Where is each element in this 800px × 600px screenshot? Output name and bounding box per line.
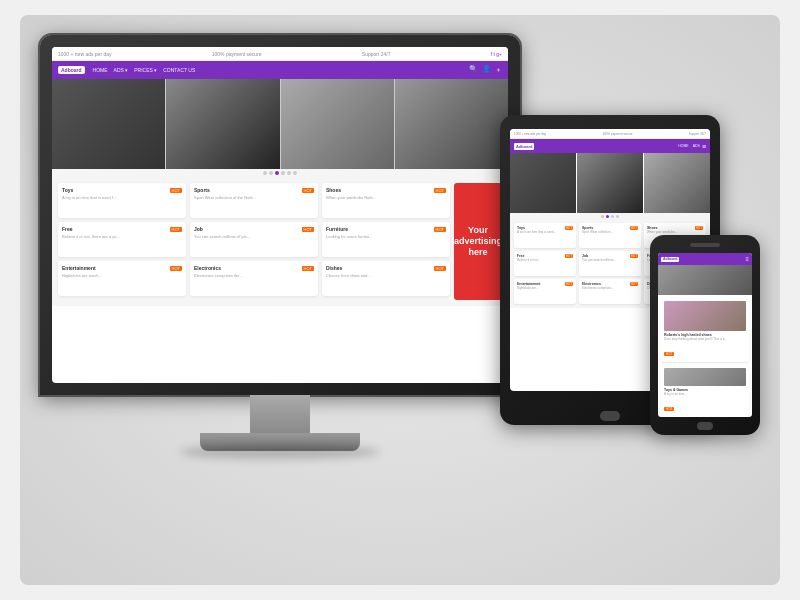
- cat-sports[interactable]: SportsHOT Sport Wear collection of the N…: [190, 183, 318, 218]
- tablet-cat-entertainment[interactable]: EntertainmentHOT Nightclubs are...: [514, 279, 576, 304]
- hero-img-4: [395, 79, 508, 169]
- tablet-nav: Adboard HOME ADS ≡: [510, 139, 710, 153]
- site-nav: Adboard HOME ADS ▾ PRICES ▾ CONTACT US 🔍…: [52, 61, 508, 79]
- ad-banner-text: Youradvertisinghere: [454, 225, 502, 257]
- cat-dishes[interactable]: DishesHOT Choose from china and...: [322, 261, 450, 296]
- user-icon[interactable]: 👤: [482, 65, 491, 75]
- phone-card-desc: Don't stop thinking about what you'll! T…: [664, 337, 746, 341]
- cat-shoes[interactable]: ShoesHOT When your wardrobe Notb...: [322, 183, 450, 218]
- search-icon[interactable]: 🔍: [469, 65, 478, 75]
- nav-items: HOME ADS ▾ PRICES ▾ CONTACT US: [93, 67, 461, 73]
- topbar-text2: 100% payment secure: [212, 51, 262, 57]
- tablet-topbar-t1: 1000 + new ads per day: [514, 132, 546, 136]
- nav-ads[interactable]: ADS ▾: [114, 67, 129, 73]
- nav-contact[interactable]: CONTACT US: [163, 67, 195, 73]
- hero-dots: [52, 169, 508, 177]
- tablet-hero-3: [644, 153, 710, 213]
- phone-card2-desc: A toy is an item...: [664, 392, 746, 396]
- tablet-dot-2[interactable]: [606, 215, 609, 218]
- tablet-topbar: 1000 + new ads per day 100% payment secu…: [510, 129, 710, 139]
- tablet-cat-job[interactable]: JobHOT You can search millions...: [579, 251, 641, 276]
- tablet-dot-3[interactable]: [611, 215, 614, 218]
- desktop-monitor: 1000 + new ads per day 100% payment secu…: [40, 35, 520, 465]
- dot-4[interactable]: [281, 171, 285, 175]
- tablet-hamburger[interactable]: ≡: [702, 143, 706, 150]
- phone-card-2[interactable]: Toys & Games A toy is an item... HOT: [661, 365, 749, 417]
- dot-6[interactable]: [293, 171, 297, 175]
- topbar-text3: Support 24/7: [362, 51, 391, 57]
- phone-card-image: [664, 301, 746, 331]
- hero-img-2: [166, 79, 279, 169]
- dot-2[interactable]: [269, 171, 273, 175]
- tablet-cat-sports[interactable]: SportsHOT Sport Wear collection...: [579, 223, 641, 248]
- phone-home-button[interactable]: [697, 422, 713, 430]
- cat-electronics[interactable]: ElectronicsHOT Electronics comprises the…: [190, 261, 318, 296]
- cat-entertainment[interactable]: EntertainmentHOT Nightclubs are much...: [58, 261, 186, 296]
- tablet-home-button[interactable]: [600, 411, 620, 421]
- monitor-frame: 1000 + new ads per day 100% payment secu…: [40, 35, 520, 395]
- topbar-text1: 1000 + new ads per day: [58, 51, 112, 57]
- tablet-cat-toys[interactable]: ToysHOT A toy is an item that is used...: [514, 223, 576, 248]
- cat-toys[interactable]: ToysHOT A toy is an item that is used f.…: [58, 183, 186, 218]
- nav-icons: 🔍 👤 ＋: [469, 65, 502, 75]
- tablet-topbar-t2: 100% payment secure: [603, 132, 633, 136]
- tablet-nav-ads[interactable]: ADS: [693, 144, 700, 148]
- nav-prices[interactable]: PRICES ▾: [134, 67, 157, 73]
- phone-frame: Adboard ≡ Roberto's high heeled shoes Do…: [650, 235, 760, 435]
- tablet-cat-free[interactable]: FreeHOT Believe it or not...: [514, 251, 576, 276]
- monitor-shadow: [180, 445, 380, 459]
- nav-home[interactable]: HOME: [93, 67, 108, 73]
- content-grid: ToysHOT A toy is an item that is used f.…: [58, 183, 502, 300]
- tablet-dot-4[interactable]: [616, 215, 619, 218]
- dot-1[interactable]: [263, 171, 267, 175]
- tablet-cat-electronics[interactable]: ElectronicsHOT Electronics comprises...: [579, 279, 641, 304]
- phone-card2-img: [664, 368, 746, 386]
- tablet-hero-2: [577, 153, 643, 213]
- tablet-dot-1[interactable]: [601, 215, 604, 218]
- phone-card2-badge: HOT: [664, 407, 674, 411]
- tablet-nav-items: HOME ADS: [534, 144, 701, 148]
- phone-logo: Adboard: [661, 257, 679, 262]
- tablet-nav-home[interactable]: HOME: [678, 144, 689, 148]
- monitor-screen: 1000 + new ads per day 100% payment secu…: [52, 47, 508, 383]
- tablet-hero-1: [510, 153, 576, 213]
- phone-screen: Adboard ≡ Roberto's high heeled shoes Do…: [658, 253, 752, 417]
- cat-furniture[interactable]: FurnitureHOT Looking for some furnitu...: [322, 222, 450, 257]
- hero-img-3: [281, 79, 394, 169]
- phone-card-main[interactable]: Roberto's high heeled shoes Don't stop t…: [661, 298, 749, 362]
- phone-content: Roberto's high heeled shoes Don't stop t…: [658, 295, 752, 417]
- phone-hero: [658, 265, 752, 295]
- dot-3[interactable]: [275, 171, 279, 175]
- hero-img-1: [52, 79, 165, 169]
- ad-banner: Youradvertisinghere: [454, 183, 502, 300]
- tablet-topbar-t3: Support 24/7: [689, 132, 706, 136]
- phone-device: Adboard ≡ Roberto's high heeled shoes Do…: [650, 235, 760, 435]
- tablet-logo: Adboard: [514, 143, 534, 150]
- category-grid: ToysHOT A toy is an item that is used f.…: [58, 183, 450, 296]
- site-content: ToysHOT A toy is an item that is used f.…: [52, 177, 508, 306]
- dot-5[interactable]: [287, 171, 291, 175]
- phone-speaker: [690, 243, 720, 247]
- phone-card-badge: HOT: [664, 352, 674, 356]
- phone-nav: Adboard ≡: [658, 253, 752, 265]
- cat-job[interactable]: JobHOT You can search millions of job...: [190, 222, 318, 257]
- site-logo: Adboard: [58, 66, 85, 74]
- topbar-social: f t g+: [491, 51, 502, 57]
- plus-icon[interactable]: ＋: [495, 65, 502, 75]
- tablet-hero: [510, 153, 710, 213]
- phone-hamburger[interactable]: ≡: [745, 256, 749, 262]
- cat-free[interactable]: FreeHOT Believe it or not, there are a y…: [58, 222, 186, 257]
- site-topbar: 1000 + new ads per day 100% payment secu…: [52, 47, 508, 61]
- hero-images: [52, 79, 508, 169]
- monitor-stand-neck: [250, 395, 310, 435]
